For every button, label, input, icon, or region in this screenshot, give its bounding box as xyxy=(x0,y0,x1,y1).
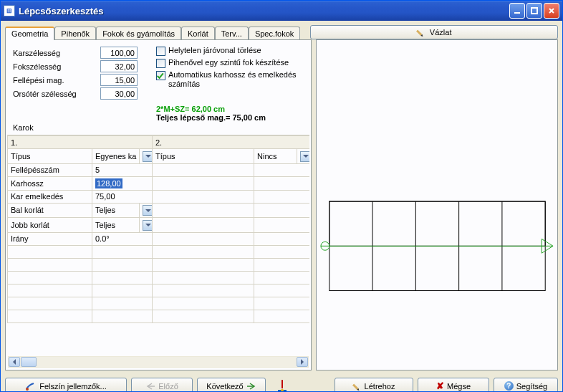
grid-header-1[interactable]: 1. xyxy=(8,136,153,149)
geometry-panel: Karszélesség Fokszélesség Fellépési mag.… xyxy=(5,39,312,371)
balk-dropdown[interactable] xyxy=(143,205,153,216)
svg-point-18 xyxy=(281,389,284,392)
checkbox-automatikus[interactable] xyxy=(156,71,165,80)
next-button[interactable]: Következő xyxy=(197,378,266,392)
scroll-left-icon[interactable] xyxy=(9,357,20,367)
pencil-icon xyxy=(351,380,363,392)
jobbk-dropdown[interactable] xyxy=(143,220,153,231)
tipus-dropdown-1[interactable] xyxy=(143,151,153,162)
titlebar: ⊞ Lépcsőszerkesztés xyxy=(1,1,562,21)
x-icon: ✘ xyxy=(436,381,444,391)
stair-preview xyxy=(317,40,557,370)
tab-specfokok[interactable]: Spec.fokok xyxy=(249,27,300,40)
pencil-icon xyxy=(415,27,427,39)
cell-karhossz-label: Karhossz xyxy=(8,176,92,190)
svg-rect-19 xyxy=(352,383,358,389)
surface-properties-button[interactable]: Felszín jellemzők... xyxy=(5,378,127,392)
maximize-button[interactable] xyxy=(526,3,542,19)
input-fellepesi[interactable] xyxy=(100,74,138,86)
prev-button[interactable]: Előző xyxy=(131,378,193,392)
tabs-row: Geometria Pihenők Fokok és gyámolítás Ko… xyxy=(1,21,562,39)
grid-hscrollbar[interactable] xyxy=(8,356,309,368)
sketch-button[interactable]: Vázlat xyxy=(310,25,558,39)
help-button[interactable]: ? Segítség xyxy=(494,378,558,392)
calc-total: Teljes lépcső mag.= 75,00 cm xyxy=(156,113,309,122)
cell-karemel-value[interactable]: 75,00 xyxy=(92,190,153,203)
tab-korlat[interactable]: Korlát xyxy=(181,27,215,40)
cell-balk-label: Bal korlát xyxy=(8,203,92,218)
scroll-thumb[interactable] xyxy=(21,357,37,367)
tab-terv[interactable]: Terv... xyxy=(215,27,249,40)
help-icon: ? xyxy=(504,381,514,391)
tab-fokok[interactable]: Fokok és gyámolítás xyxy=(96,27,181,40)
tab-pihenok[interactable]: Pihenők xyxy=(54,27,96,40)
cell-karhossz-value[interactable]: 128,00 xyxy=(92,176,153,190)
tab-geometria[interactable]: Geometria xyxy=(5,27,54,40)
cell-tipus-value[interactable]: Egyenes ka xyxy=(92,149,140,164)
checkbox-pihenovel-label: Pihenővel egy szintű fok készítése xyxy=(168,58,289,67)
preview-panel xyxy=(316,39,558,371)
arms-grid: 1. 2. 3. Típus Egyenes ka Típus Nincs Tí… xyxy=(7,135,309,332)
app-icon: ⊞ xyxy=(4,5,15,16)
checkbox-automatikus-label: Automatikus karhossz és emelkedés számít… xyxy=(168,70,307,89)
cell-jobbk-value[interactable]: Teljes xyxy=(92,218,140,233)
calc-formula: 2*M+SZ= 62,00 cm xyxy=(156,105,309,113)
svg-rect-0 xyxy=(514,12,520,14)
minimize-button[interactable] xyxy=(509,3,525,19)
svg-rect-1 xyxy=(531,8,537,14)
cell-irany-value[interactable]: 0.0° xyxy=(92,232,153,245)
cell-fellepes-value[interactable]: 5 xyxy=(92,163,153,176)
label-fokszelesseg: Fokszélesség xyxy=(7,62,100,71)
input-orsoter[interactable] xyxy=(100,87,138,100)
cancel-button[interactable]: ✘ Mégse xyxy=(418,378,489,392)
brush-icon xyxy=(25,382,37,391)
checkbox-pihenovel[interactable] xyxy=(156,59,165,68)
karok-label: Karok xyxy=(7,123,309,132)
input-karszelesseg[interactable] xyxy=(100,47,138,59)
checkbox-helytelen[interactable] xyxy=(156,47,165,56)
input-fokszelesseg[interactable] xyxy=(100,60,138,72)
arrow-left-icon xyxy=(145,383,155,390)
svg-rect-2 xyxy=(416,29,422,35)
svg-point-13 xyxy=(26,388,29,391)
close-button[interactable] xyxy=(544,3,559,19)
cell-fellepes-label: Fellépésszám xyxy=(8,163,92,176)
cell-jobbk-label: Jobb korlát xyxy=(8,218,92,233)
window-title: Lépcsőszerkesztés xyxy=(19,6,509,16)
label-orsoter: Orsótér szélesség xyxy=(7,90,100,98)
sketch-label: Vázlat xyxy=(430,28,452,37)
label-karszelesseg: Karszélesség xyxy=(7,49,100,57)
grid-header-2[interactable]: 2. xyxy=(153,136,310,149)
cell-karemel-label: Kar emelkedés xyxy=(8,190,92,203)
checkbox-helytelen-label: Helytelen járóvonal törlése xyxy=(168,46,261,55)
scroll-right-icon[interactable] xyxy=(297,357,308,367)
cell-balk-value[interactable]: Teljes xyxy=(92,203,140,218)
axis-icon xyxy=(276,378,289,393)
svg-rect-5 xyxy=(329,201,545,246)
cell-tipus2-label: Típus xyxy=(153,149,254,164)
tipus-dropdown-2[interactable] xyxy=(300,151,309,162)
label-fellepesi: Fellépési mag. xyxy=(7,76,100,85)
cell-tipus2-value[interactable]: Nincs xyxy=(254,149,297,164)
create-button[interactable]: Létrehoz xyxy=(335,378,413,392)
cell-irany-label: Irány xyxy=(8,232,92,245)
arrow-right-icon xyxy=(246,383,256,390)
cell-tipus-label: Típus xyxy=(8,149,92,164)
footer-bar: Felszín jellemzők... Előző Következő Lét… xyxy=(1,375,562,392)
